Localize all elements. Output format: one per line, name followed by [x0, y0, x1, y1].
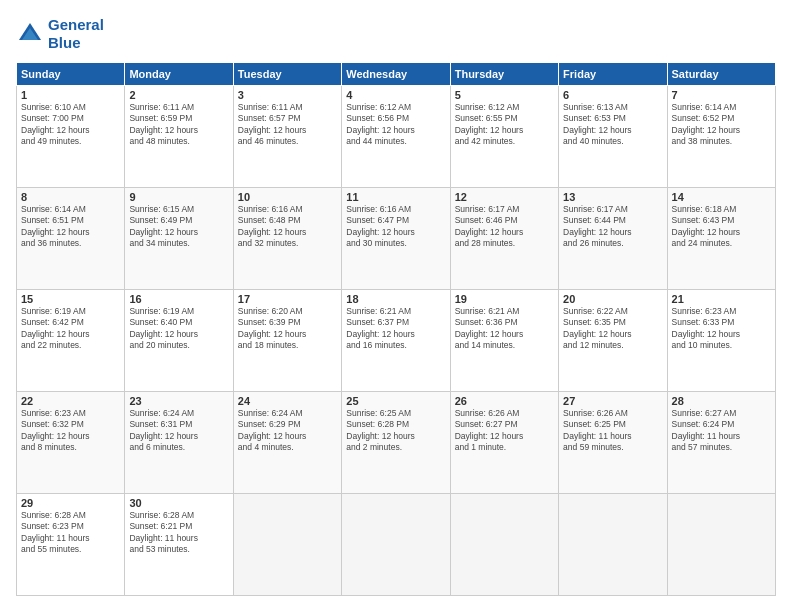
- logo: General Blue: [16, 16, 104, 52]
- col-friday: Friday: [559, 63, 667, 86]
- day-info: Sunrise: 6:22 AM Sunset: 6:35 PM Dayligh…: [563, 306, 662, 352]
- calendar-header-row: Sunday Monday Tuesday Wednesday Thursday…: [17, 63, 776, 86]
- day-info: Sunrise: 6:11 AM Sunset: 6:57 PM Dayligh…: [238, 102, 337, 148]
- table-row: 9Sunrise: 6:15 AM Sunset: 6:49 PM Daylig…: [125, 188, 233, 290]
- table-row: 8Sunrise: 6:14 AM Sunset: 6:51 PM Daylig…: [17, 188, 125, 290]
- day-number: 5: [455, 89, 554, 101]
- day-info: Sunrise: 6:28 AM Sunset: 6:21 PM Dayligh…: [129, 510, 228, 556]
- col-tuesday: Tuesday: [233, 63, 341, 86]
- day-number: 20: [563, 293, 662, 305]
- table-row: 29Sunrise: 6:28 AM Sunset: 6:23 PM Dayli…: [17, 494, 125, 596]
- table-row: 18Sunrise: 6:21 AM Sunset: 6:37 PM Dayli…: [342, 290, 450, 392]
- col-thursday: Thursday: [450, 63, 558, 86]
- day-info: Sunrise: 6:12 AM Sunset: 6:56 PM Dayligh…: [346, 102, 445, 148]
- day-info: Sunrise: 6:13 AM Sunset: 6:53 PM Dayligh…: [563, 102, 662, 148]
- table-row: 6Sunrise: 6:13 AM Sunset: 6:53 PM Daylig…: [559, 86, 667, 188]
- table-row: 12Sunrise: 6:17 AM Sunset: 6:46 PM Dayli…: [450, 188, 558, 290]
- calendar-week-row: 1Sunrise: 6:10 AM Sunset: 7:00 PM Daylig…: [17, 86, 776, 188]
- day-number: 22: [21, 395, 120, 407]
- table-row: 17Sunrise: 6:20 AM Sunset: 6:39 PM Dayli…: [233, 290, 341, 392]
- day-number: 30: [129, 497, 228, 509]
- table-row: [450, 494, 558, 596]
- day-info: Sunrise: 6:26 AM Sunset: 6:25 PM Dayligh…: [563, 408, 662, 454]
- day-info: Sunrise: 6:21 AM Sunset: 6:37 PM Dayligh…: [346, 306, 445, 352]
- day-info: Sunrise: 6:19 AM Sunset: 6:40 PM Dayligh…: [129, 306, 228, 352]
- day-info: Sunrise: 6:14 AM Sunset: 6:52 PM Dayligh…: [672, 102, 771, 148]
- day-info: Sunrise: 6:26 AM Sunset: 6:27 PM Dayligh…: [455, 408, 554, 454]
- table-row: [667, 494, 775, 596]
- day-number: 27: [563, 395, 662, 407]
- day-info: Sunrise: 6:10 AM Sunset: 7:00 PM Dayligh…: [21, 102, 120, 148]
- day-info: Sunrise: 6:12 AM Sunset: 6:55 PM Dayligh…: [455, 102, 554, 148]
- day-info: Sunrise: 6:15 AM Sunset: 6:49 PM Dayligh…: [129, 204, 228, 250]
- day-number: 26: [455, 395, 554, 407]
- table-row: [342, 494, 450, 596]
- day-info: Sunrise: 6:14 AM Sunset: 6:51 PM Dayligh…: [21, 204, 120, 250]
- day-number: 21: [672, 293, 771, 305]
- day-number: 23: [129, 395, 228, 407]
- day-number: 15: [21, 293, 120, 305]
- calendar-week-row: 15Sunrise: 6:19 AM Sunset: 6:42 PM Dayli…: [17, 290, 776, 392]
- table-row: 20Sunrise: 6:22 AM Sunset: 6:35 PM Dayli…: [559, 290, 667, 392]
- logo-icon: [16, 20, 44, 48]
- day-number: 9: [129, 191, 228, 203]
- table-row: 15Sunrise: 6:19 AM Sunset: 6:42 PM Dayli…: [17, 290, 125, 392]
- day-info: Sunrise: 6:21 AM Sunset: 6:36 PM Dayligh…: [455, 306, 554, 352]
- table-row: 28Sunrise: 6:27 AM Sunset: 6:24 PM Dayli…: [667, 392, 775, 494]
- table-row: [233, 494, 341, 596]
- table-row: 22Sunrise: 6:23 AM Sunset: 6:32 PM Dayli…: [17, 392, 125, 494]
- day-info: Sunrise: 6:20 AM Sunset: 6:39 PM Dayligh…: [238, 306, 337, 352]
- table-row: 13Sunrise: 6:17 AM Sunset: 6:44 PM Dayli…: [559, 188, 667, 290]
- calendar-week-row: 29Sunrise: 6:28 AM Sunset: 6:23 PM Dayli…: [17, 494, 776, 596]
- day-info: Sunrise: 6:18 AM Sunset: 6:43 PM Dayligh…: [672, 204, 771, 250]
- day-info: Sunrise: 6:17 AM Sunset: 6:44 PM Dayligh…: [563, 204, 662, 250]
- day-number: 4: [346, 89, 445, 101]
- day-number: 17: [238, 293, 337, 305]
- table-row: 23Sunrise: 6:24 AM Sunset: 6:31 PM Dayli…: [125, 392, 233, 494]
- calendar-table: Sunday Monday Tuesday Wednesday Thursday…: [16, 62, 776, 596]
- day-number: 25: [346, 395, 445, 407]
- table-row: 19Sunrise: 6:21 AM Sunset: 6:36 PM Dayli…: [450, 290, 558, 392]
- day-info: Sunrise: 6:11 AM Sunset: 6:59 PM Dayligh…: [129, 102, 228, 148]
- table-row: 10Sunrise: 6:16 AM Sunset: 6:48 PM Dayli…: [233, 188, 341, 290]
- table-row: 4Sunrise: 6:12 AM Sunset: 6:56 PM Daylig…: [342, 86, 450, 188]
- day-number: 12: [455, 191, 554, 203]
- col-sunday: Sunday: [17, 63, 125, 86]
- col-wednesday: Wednesday: [342, 63, 450, 86]
- table-row: 24Sunrise: 6:24 AM Sunset: 6:29 PM Dayli…: [233, 392, 341, 494]
- day-number: 7: [672, 89, 771, 101]
- day-info: Sunrise: 6:24 AM Sunset: 6:31 PM Dayligh…: [129, 408, 228, 454]
- day-number: 2: [129, 89, 228, 101]
- day-info: Sunrise: 6:25 AM Sunset: 6:28 PM Dayligh…: [346, 408, 445, 454]
- header: General Blue: [16, 16, 776, 52]
- calendar-week-row: 8Sunrise: 6:14 AM Sunset: 6:51 PM Daylig…: [17, 188, 776, 290]
- calendar-week-row: 22Sunrise: 6:23 AM Sunset: 6:32 PM Dayli…: [17, 392, 776, 494]
- table-row: 25Sunrise: 6:25 AM Sunset: 6:28 PM Dayli…: [342, 392, 450, 494]
- day-info: Sunrise: 6:19 AM Sunset: 6:42 PM Dayligh…: [21, 306, 120, 352]
- table-row: [559, 494, 667, 596]
- day-number: 19: [455, 293, 554, 305]
- page: General Blue Sunday Monday Tuesday Wedne…: [0, 0, 792, 612]
- table-row: 27Sunrise: 6:26 AM Sunset: 6:25 PM Dayli…: [559, 392, 667, 494]
- table-row: 5Sunrise: 6:12 AM Sunset: 6:55 PM Daylig…: [450, 86, 558, 188]
- table-row: 2Sunrise: 6:11 AM Sunset: 6:59 PM Daylig…: [125, 86, 233, 188]
- day-number: 16: [129, 293, 228, 305]
- day-number: 18: [346, 293, 445, 305]
- day-info: Sunrise: 6:24 AM Sunset: 6:29 PM Dayligh…: [238, 408, 337, 454]
- table-row: 3Sunrise: 6:11 AM Sunset: 6:57 PM Daylig…: [233, 86, 341, 188]
- table-row: 26Sunrise: 6:26 AM Sunset: 6:27 PM Dayli…: [450, 392, 558, 494]
- day-number: 1: [21, 89, 120, 101]
- table-row: 30Sunrise: 6:28 AM Sunset: 6:21 PM Dayli…: [125, 494, 233, 596]
- table-row: 21Sunrise: 6:23 AM Sunset: 6:33 PM Dayli…: [667, 290, 775, 392]
- day-number: 28: [672, 395, 771, 407]
- day-info: Sunrise: 6:28 AM Sunset: 6:23 PM Dayligh…: [21, 510, 120, 556]
- day-number: 8: [21, 191, 120, 203]
- logo-text: General Blue: [48, 16, 104, 52]
- day-info: Sunrise: 6:17 AM Sunset: 6:46 PM Dayligh…: [455, 204, 554, 250]
- table-row: 14Sunrise: 6:18 AM Sunset: 6:43 PM Dayli…: [667, 188, 775, 290]
- table-row: 7Sunrise: 6:14 AM Sunset: 6:52 PM Daylig…: [667, 86, 775, 188]
- day-number: 13: [563, 191, 662, 203]
- day-number: 6: [563, 89, 662, 101]
- col-saturday: Saturday: [667, 63, 775, 86]
- day-number: 29: [21, 497, 120, 509]
